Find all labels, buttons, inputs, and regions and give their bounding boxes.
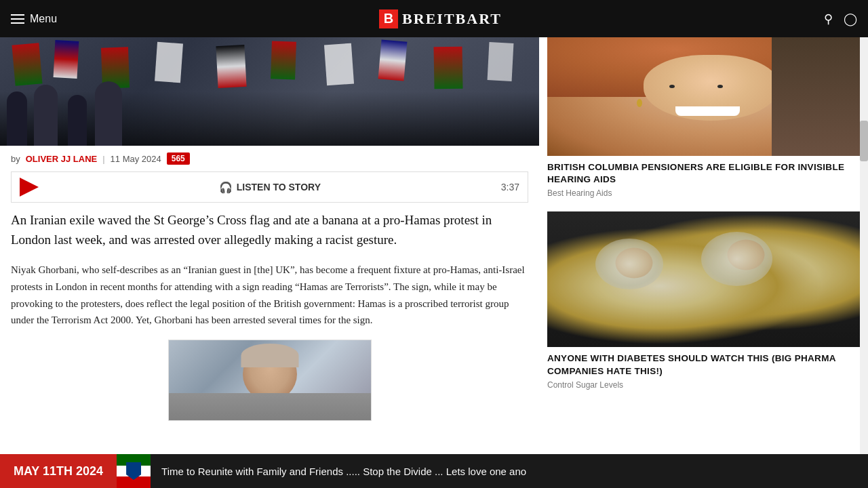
site-logo[interactable]: B BREITBART [379,9,502,28]
byline: by OLIVER JJ LANE | 11 May 2024 565 [0,146,539,171]
play-button[interactable] [20,178,39,197]
article-body: An Iranian exile waved the St George’s C… [0,211,539,421]
sidebar-card-1-title: BRITISH COLUMBIA PENSIONERS ARE ELIGIBLE… [547,156,868,188]
menu-button[interactable]: Menu [11,13,57,25]
logo-b-letter: B [379,9,398,28]
site-header: Menu B BREITBART ⚲ ◯ [0,0,868,37]
audio-player: 🎧 LISTEN TO STORY 3:37 [11,171,528,203]
comment-count[interactable]: 565 [167,152,190,165]
publish-date: 11 May 2024 [111,154,161,164]
header-icons: ⚲ ◯ [824,12,857,26]
headphones-icon: 🎧 [219,181,233,194]
sidebar-card-1[interactable]: BRITISH COLUMBIA PENSIONERS ARE ELIGIBLE… [547,37,868,201]
sidebar-card-2-title: ANYONE WITH DIABETES SHOULD WATCH THIS (… [547,347,868,380]
banner-ticker: Time to Reunite with Family and Friends … [151,466,868,477]
sidebar-card-2-source: Control Sugar Levels [547,380,868,392]
article-paragraph-1: Niyak Ghorbani, who self-describes as an… [11,262,528,329]
article-lead: An Iranian exile waved the St George’s C… [11,211,528,249]
scrollbar[interactable] [860,37,868,454]
scroll-thumb[interactable] [860,121,868,161]
flag-shield [126,462,141,480]
main-container: Getty Images by OLIVER JJ LANE | 11 May … [0,37,868,454]
sidebar-image-2 [547,211,868,347]
sidebar-card-1-source: Best Hearing Aids [547,188,868,201]
author-link[interactable]: OLIVER JJ LANE [26,154,97,164]
audio-time: 3:37 [501,182,519,192]
menu-label: Menu [30,13,57,25]
sidebar-card-2[interactable]: ANYONE WITH DIABETES SHOULD WATCH THIS (… [547,211,868,392]
byline-prefix: by [11,154,20,164]
banner-date: MAY 11TH 2024 [0,454,117,488]
audio-label-text: LISTEN TO STORY [237,182,321,192]
search-icon[interactable]: ⚲ [824,12,833,26]
banner-flag [117,454,151,488]
inline-image-container [11,340,528,421]
accessibility-icon[interactable]: ◯ [844,12,857,26]
sidebar-image-1 [547,37,868,156]
hero-image: Getty Images [0,37,539,146]
sidebar: BRITISH COLUMBIA PENSIONERS ARE ELIGIBLE… [539,37,868,454]
inline-image [168,340,372,421]
logo-text: BREITBART [402,10,502,28]
hamburger-icon [11,14,24,24]
audio-label: 🎧 LISTEN TO STORY [47,181,493,194]
bottom-banner: MAY 11TH 2024 Time to Reunite with Famil… [0,454,868,488]
article-content: Getty Images by OLIVER JJ LANE | 11 May … [0,37,539,454]
